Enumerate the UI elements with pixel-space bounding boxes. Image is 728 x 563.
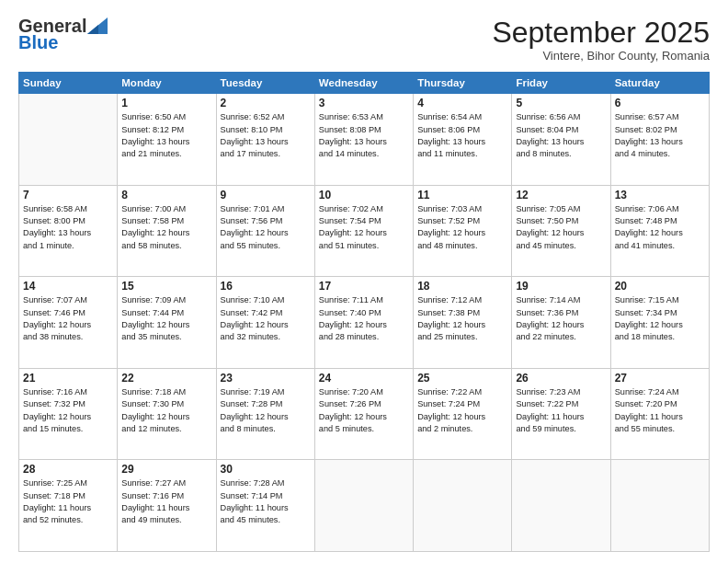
calendar-cell: 6Sunrise: 6:57 AMSunset: 8:02 PMDaylight… — [610, 94, 709, 186]
day-info: Sunrise: 6:56 AMSunset: 8:04 PMDaylight:… — [516, 111, 606, 160]
day-info: Sunrise: 6:57 AMSunset: 8:02 PMDaylight:… — [615, 111, 705, 160]
calendar-cell: 3Sunrise: 6:53 AMSunset: 8:08 PMDaylight… — [314, 94, 413, 186]
day-number: 11 — [417, 189, 507, 201]
col-tuesday: Tuesday — [216, 73, 314, 94]
calendar-cell: 20Sunrise: 7:15 AMSunset: 7:34 PMDayligh… — [610, 277, 709, 369]
location-subtitle: Vintere, Bihor County, Romania — [492, 49, 710, 63]
day-number: 15 — [121, 280, 211, 293]
day-number: 24 — [319, 372, 409, 385]
col-wednesday: Wednesday — [314, 73, 413, 94]
calendar-cell: 24Sunrise: 7:20 AMSunset: 7:26 PMDayligh… — [314, 368, 413, 460]
calendar-cell: 14Sunrise: 7:07 AMSunset: 7:46 PMDayligh… — [19, 277, 118, 369]
calendar-cell: 1Sunrise: 6:50 AMSunset: 8:12 PMDaylight… — [118, 94, 216, 186]
day-number: 19 — [516, 280, 606, 293]
day-number: 26 — [516, 372, 606, 385]
calendar-cell: 4Sunrise: 6:54 AMSunset: 8:06 PMDaylight… — [414, 94, 512, 186]
calendar-cell: 12Sunrise: 7:05 AMSunset: 7:50 PMDayligh… — [512, 185, 610, 277]
day-number: 29 — [121, 463, 211, 476]
calendar-cell: 8Sunrise: 7:00 AMSunset: 7:58 PMDaylight… — [118, 185, 216, 277]
day-info: Sunrise: 7:11 AMSunset: 7:40 PMDaylight:… — [319, 294, 409, 343]
calendar-week-row: 14Sunrise: 7:07 AMSunset: 7:46 PMDayligh… — [19, 277, 710, 369]
calendar-week-row: 28Sunrise: 7:25 AMSunset: 7:18 PMDayligh… — [19, 460, 710, 552]
col-friday: Friday — [512, 73, 610, 94]
day-number: 8 — [121, 189, 211, 201]
calendar-week-row: 1Sunrise: 6:50 AMSunset: 8:12 PMDaylight… — [19, 94, 710, 186]
calendar-cell — [610, 460, 709, 552]
day-info: Sunrise: 7:12 AMSunset: 7:38 PMDaylight:… — [417, 294, 507, 343]
day-info: Sunrise: 7:09 AMSunset: 7:44 PMDaylight:… — [121, 294, 211, 343]
calendar-cell: 17Sunrise: 7:11 AMSunset: 7:40 PMDayligh… — [314, 277, 413, 369]
day-number: 10 — [319, 189, 409, 201]
page: General Blue September 2025 Vintere, Bih… — [0, 0, 728, 563]
day-info: Sunrise: 7:14 AMSunset: 7:36 PMDaylight:… — [516, 294, 606, 343]
day-number: 6 — [615, 97, 705, 109]
day-number: 1 — [121, 97, 211, 109]
calendar-cell: 21Sunrise: 7:16 AMSunset: 7:32 PMDayligh… — [19, 368, 118, 460]
calendar-cell: 13Sunrise: 7:06 AMSunset: 7:48 PMDayligh… — [610, 185, 709, 277]
logo-blue: Blue — [18, 33, 58, 52]
day-info: Sunrise: 7:00 AMSunset: 7:58 PMDaylight:… — [121, 203, 211, 252]
day-number: 13 — [615, 189, 705, 201]
calendar-cell: 19Sunrise: 7:14 AMSunset: 7:36 PMDayligh… — [512, 277, 610, 369]
calendar-week-row: 7Sunrise: 6:58 AMSunset: 8:00 PMDaylight… — [19, 185, 710, 277]
day-number: 7 — [23, 189, 113, 201]
calendar-week-row: 21Sunrise: 7:16 AMSunset: 7:32 PMDayligh… — [19, 368, 710, 460]
day-info: Sunrise: 7:02 AMSunset: 7:54 PMDaylight:… — [319, 203, 409, 252]
day-info: Sunrise: 7:10 AMSunset: 7:42 PMDaylight:… — [221, 294, 311, 343]
day-info: Sunrise: 6:58 AMSunset: 8:00 PMDaylight:… — [23, 203, 113, 252]
calendar-cell: 22Sunrise: 7:18 AMSunset: 7:30 PMDayligh… — [118, 368, 216, 460]
calendar-cell: 7Sunrise: 6:58 AMSunset: 8:00 PMDaylight… — [19, 185, 118, 277]
day-info: Sunrise: 7:19 AMSunset: 7:28 PMDaylight:… — [221, 386, 311, 435]
day-info: Sunrise: 7:24 AMSunset: 7:20 PMDaylight:… — [615, 386, 705, 435]
day-info: Sunrise: 7:22 AMSunset: 7:24 PMDaylight:… — [417, 386, 507, 435]
day-info: Sunrise: 7:01 AMSunset: 7:56 PMDaylight:… — [221, 203, 311, 252]
day-number: 27 — [615, 372, 705, 385]
day-info: Sunrise: 6:52 AMSunset: 8:10 PMDaylight:… — [221, 111, 311, 160]
day-number: 25 — [417, 372, 507, 385]
calendar-cell: 26Sunrise: 7:23 AMSunset: 7:22 PMDayligh… — [512, 368, 610, 460]
day-info: Sunrise: 6:50 AMSunset: 8:12 PMDaylight:… — [121, 111, 211, 160]
day-number: 16 — [221, 280, 311, 293]
calendar-cell: 29Sunrise: 7:27 AMSunset: 7:16 PMDayligh… — [118, 460, 216, 552]
day-info: Sunrise: 7:27 AMSunset: 7:16 PMDaylight:… — [121, 477, 211, 526]
day-number: 23 — [221, 372, 311, 385]
calendar-cell — [512, 460, 610, 552]
logo: General Blue — [18, 17, 108, 52]
day-info: Sunrise: 7:28 AMSunset: 7:14 PMDaylight:… — [221, 477, 311, 526]
calendar-cell: 2Sunrise: 6:52 AMSunset: 8:10 PMDaylight… — [216, 94, 314, 186]
day-info: Sunrise: 7:06 AMSunset: 7:48 PMDaylight:… — [615, 203, 705, 252]
calendar-cell: 10Sunrise: 7:02 AMSunset: 7:54 PMDayligh… — [314, 185, 413, 277]
calendar-cell: 16Sunrise: 7:10 AMSunset: 7:42 PMDayligh… — [216, 277, 314, 369]
day-number: 22 — [121, 372, 211, 385]
day-info: Sunrise: 7:20 AMSunset: 7:26 PMDaylight:… — [319, 386, 409, 435]
day-info: Sunrise: 7:15 AMSunset: 7:34 PMDaylight:… — [615, 294, 705, 343]
day-number: 5 — [516, 97, 606, 109]
day-number: 2 — [221, 97, 311, 109]
calendar-cell — [414, 460, 512, 552]
day-info: Sunrise: 7:07 AMSunset: 7:46 PMDaylight:… — [23, 294, 113, 343]
calendar-table: Sunday Monday Tuesday Wednesday Thursday… — [18, 72, 710, 552]
calendar-cell: 11Sunrise: 7:03 AMSunset: 7:52 PMDayligh… — [414, 185, 512, 277]
calendar-cell: 9Sunrise: 7:01 AMSunset: 7:56 PMDaylight… — [216, 185, 314, 277]
day-number: 4 — [417, 97, 507, 109]
day-number: 28 — [23, 463, 113, 476]
month-title: September 2025 — [492, 17, 710, 49]
calendar-header-row: Sunday Monday Tuesday Wednesday Thursday… — [19, 73, 710, 94]
day-number: 12 — [516, 189, 606, 201]
day-number: 9 — [221, 189, 311, 201]
calendar-cell: 27Sunrise: 7:24 AMSunset: 7:20 PMDayligh… — [610, 368, 709, 460]
day-number: 14 — [23, 280, 113, 293]
logo-icon — [87, 17, 108, 34]
day-number: 3 — [319, 97, 409, 109]
day-number: 21 — [23, 372, 113, 385]
col-monday: Monday — [118, 73, 216, 94]
svg-marker-1 — [87, 25, 98, 34]
day-number: 17 — [319, 280, 409, 293]
calendar-cell — [314, 460, 413, 552]
day-number: 20 — [615, 280, 705, 293]
col-saturday: Saturday — [610, 73, 709, 94]
day-info: Sunrise: 7:16 AMSunset: 7:32 PMDaylight:… — [23, 386, 113, 435]
day-info: Sunrise: 6:53 AMSunset: 8:08 PMDaylight:… — [319, 111, 409, 160]
day-info: Sunrise: 7:05 AMSunset: 7:50 PMDaylight:… — [516, 203, 606, 252]
day-info: Sunrise: 7:23 AMSunset: 7:22 PMDaylight:… — [516, 386, 606, 435]
